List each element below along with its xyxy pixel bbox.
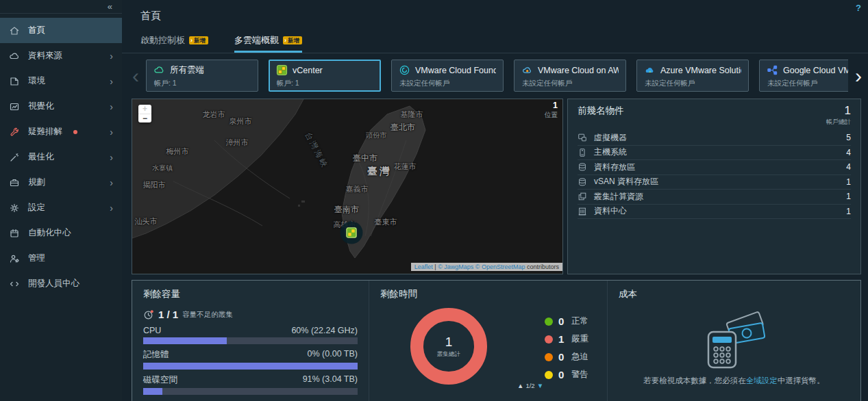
app-window: « 首頁 資料來源 › 環境 › 視覺化 › [0,0,868,401]
bar-label: CPU [143,326,161,335]
inventory-row-vsan-datastores[interactable]: vSAN 資料存放區 1 [578,175,851,190]
jawgmaps-link[interactable]: © JawgMaps [438,263,473,270]
vmc-aws-icon [521,64,533,76]
card-subtitle: 未設定任何帳戶 [521,79,619,88]
sidebar-collapse-button[interactable]: « [0,0,122,14]
row-count: 5 [846,133,851,142]
azure-icon [644,64,656,76]
time-remaining-donut: 1 叢集總計 [380,303,517,389]
pager-down-icon[interactable]: ▼ [537,382,543,389]
zoom-in-button[interactable]: + [138,105,151,114]
row-label: 叢集計算資源 [594,191,643,203]
donut-center-value: 1 [445,335,453,350]
cost-title: 成本 [619,288,850,300]
account-total-count: 1 [826,105,851,116]
inventory-row-cluster-compute[interactable]: 叢集計算資源 1 [578,190,851,205]
cpu-bar [143,337,358,344]
sidebar-item-label: 開發人員中心 [28,278,79,289]
cost-message: 若要檢視成本數據，您必須在全域設定中選擇貨幣。 [643,376,825,386]
row-label: vSAN 資料存放區 [594,176,658,187]
zoom-out-button[interactable]: − [138,114,151,122]
user-gear-icon [9,253,20,264]
card-azure-vmware-solution[interactable]: Azure VMware Solution 未設定任何帳戶 [636,60,749,92]
collapse-icon: « [108,1,112,12]
inventory-row-host-systems[interactable]: 主機系統 4 [578,146,851,161]
chevron-right-icon: › [110,152,113,163]
carousel-right-button[interactable]: › [853,61,864,91]
card-google-cloud-vmware-engine[interactable]: Google Cloud VMware E 未設定任何帳戶 [759,60,848,92]
row-count: 1 [846,177,851,187]
sidebar-item-label: 設定 [28,202,45,214]
memory-bar [143,363,358,370]
help-icon[interactable]: ? [856,3,861,13]
carousel-left-button[interactable]: ‹ [130,61,141,91]
inventory-row-datacenters[interactable]: 資料中心 1 [578,205,851,220]
sidebar-item-troubleshoot[interactable]: 疑難排解 › [0,119,122,144]
page-title: 首頁 [140,10,161,23]
sidebar-item-optimize[interactable]: 最佳化 › [0,144,122,170]
vm-icon [578,133,587,142]
sidebar-item-developer-center[interactable]: 開發人員中心 [0,271,122,296]
sidebar-item-plan[interactable]: 規劃 › [0,170,122,195]
sidebar-item-automation-central[interactable]: 自動化中心 [0,220,122,246]
sidebar-item-visualization[interactable]: 視覺化 › [0,94,122,119]
global-settings-link[interactable]: 全域設定 [746,376,778,385]
time-remaining-legend: 0正常 1嚴重 0急迫 0警告 [545,315,588,380]
sidebar-item-label: 資料來源 [28,50,62,62]
card-vcenter[interactable]: vCenter 帳戶: 1 [269,60,381,92]
cloud-cards: 所有雲端 帳戶: 1 vCenter 帳戶: 1 VMware Cloud Fo… [146,60,848,92]
capacity-remaining-section: 剩餘容量 1 / 1 容量不足的叢集 CPU60% (22.24 GHz) 記憶… [132,281,369,401]
summary-panel: 剩餘容量 1 / 1 容量不足的叢集 CPU60% (22.24 GHz) 記憶… [132,280,861,401]
osm-link[interactable]: © OpenStreetMap [475,263,525,270]
card-vmware-cloud-on-aws[interactable]: VMware Cloud on AWS 未設定任何帳戶 [514,60,626,92]
sidebar: « 首頁 資料來源 › 環境 › 視覺化 › [0,0,122,401]
tab-label: 多雲端概觀 [234,34,279,47]
map-canvas[interactable]: 龙岩市 泉州市 漳州市 梅州市 水寨镇 揭阳市 汕头市 基隆市 臺北市 頭份市 … [132,99,563,274]
sidebar-item-settings[interactable]: 設定 › [0,195,122,220]
sidebar-item-data-sources[interactable]: 資料來源 › [0,43,122,68]
vcf-icon [399,64,410,76]
wrench-icon [9,127,20,138]
card-vmware-cloud-foundation[interactable]: VMware Cloud Foundation 未設定任何帳戶 [391,60,504,92]
row-label: 資料中心 [594,205,627,217]
inventory-row-virtual-machines[interactable]: 虛擬機器 5 [578,131,851,146]
alert-dot [73,130,77,134]
host-icon [578,148,587,157]
time-remaining-title: 剩餘時間 [380,288,596,300]
tab-multicloud-overview[interactable]: 多雲端概觀 ›新增 [234,34,302,53]
sidebar-item-home[interactable]: 首頁 [0,18,122,43]
vcenter-map-marker[interactable] [340,222,363,244]
legend-pager: ▲ 1/2 ▼ [517,382,588,389]
row-label: 主機系統 [594,146,627,158]
capacity-title: 剩餘容量 [143,288,358,300]
data-sources-icon [9,51,20,62]
datacenter-icon [578,207,587,216]
badge-arrow-icon: › [284,38,286,44]
visualization-icon [9,101,20,112]
location-count: 1 [545,101,558,110]
leaflet-link[interactable]: Leaflet [414,263,433,270]
card-all-clouds[interactable]: 所有雲端 帳戶: 1 [146,60,258,92]
card-subtitle: 帳戶: 1 [276,79,373,88]
briefcase-icon [9,177,20,188]
legend-dot-immediate [545,353,553,361]
inventory-row-datastores[interactable]: 資料存放區 4 [578,160,851,175]
sidebar-item-label: 首頁 [28,25,45,36]
sidebar-item-administration[interactable]: 管理 [0,246,122,271]
tab-launchpad[interactable]: 啟動控制板 ›新增 [140,34,208,53]
code-icon [9,279,20,289]
tab-label: 啟動控制板 [140,34,185,47]
gcve-icon [767,64,778,76]
disk-bar [143,388,358,395]
pager-up-icon[interactable]: ▲ [517,382,523,389]
map-zoom-control: + − [138,105,151,122]
clock-alert-icon [143,309,154,320]
sidebar-item-label: 視覺化 [28,101,54,112]
sidebar-item-environment[interactable]: 環境 › [0,68,122,94]
chevron-right-icon: › [110,203,113,214]
card-subtitle: 未設定任何帳戶 [399,79,496,88]
donut-ring: 1 叢集總計 [410,308,487,385]
automation-icon [9,228,20,239]
environment-icon [9,76,20,87]
tab-bar: 啟動控制板 ›新增 多雲端概觀 ›新增 [122,29,868,53]
